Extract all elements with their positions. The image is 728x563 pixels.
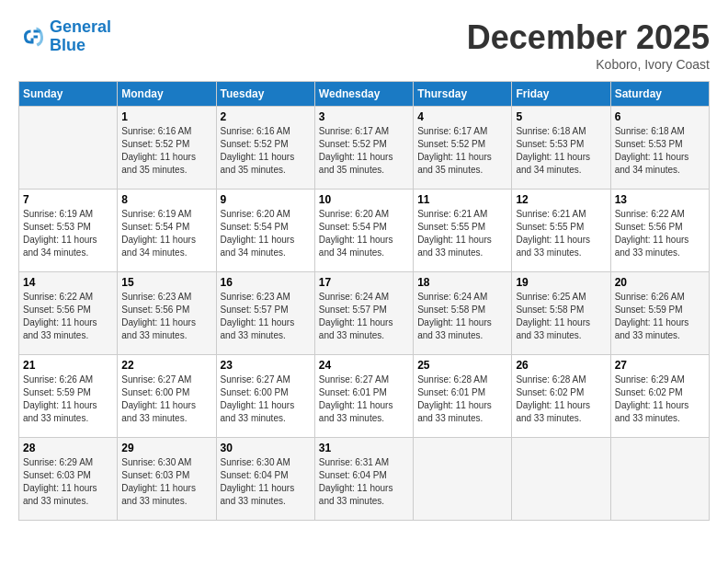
day-number: 1 — [121, 110, 211, 123]
calendar-cell: 12Sunrise: 6:21 AMSunset: 5:55 PMDayligh… — [512, 190, 610, 272]
weekday-header-row: SundayMondayTuesdayWednesdayThursdayFrid… — [19, 82, 710, 107]
calendar-cell: 24Sunrise: 6:27 AMSunset: 6:01 PMDayligh… — [314, 355, 413, 438]
day-info: Sunrise: 6:30 AMSunset: 6:03 PMDaylight:… — [121, 456, 211, 508]
calendar-cell: 29Sunrise: 6:30 AMSunset: 6:03 PMDayligh… — [118, 438, 216, 521]
day-number: 11 — [417, 193, 507, 206]
month-title: December 2025 — [467, 18, 710, 57]
calendar-week-4: 21Sunrise: 6:26 AMSunset: 5:59 PMDayligh… — [19, 355, 710, 438]
title-block: December 2025 Koboro, Ivory Coast — [467, 18, 710, 72]
day-info: Sunrise: 6:27 AMSunset: 6:01 PMDaylight:… — [319, 373, 409, 425]
day-number: 18 — [417, 276, 507, 289]
calendar-cell: 10Sunrise: 6:20 AMSunset: 5:54 PMDayligh… — [314, 190, 413, 272]
day-number: 14 — [23, 276, 113, 289]
day-info: Sunrise: 6:23 AMSunset: 5:56 PMDaylight:… — [121, 291, 211, 342]
day-info: Sunrise: 6:23 AMSunset: 5:57 PMDaylight:… — [221, 291, 311, 342]
day-number: 25 — [417, 359, 507, 372]
day-info: Sunrise: 6:17 AMSunset: 5:52 PMDaylight:… — [417, 125, 507, 177]
day-info: Sunrise: 6:29 AMSunset: 6:02 PMDaylight:… — [615, 373, 705, 425]
day-info: Sunrise: 6:24 AMSunset: 5:58 PMDaylight:… — [417, 291, 507, 342]
day-info: Sunrise: 6:20 AMSunset: 5:54 PMDaylight:… — [221, 208, 311, 259]
day-number: 7 — [23, 193, 113, 206]
calendar-week-3: 14Sunrise: 6:22 AMSunset: 5:56 PMDayligh… — [19, 272, 710, 355]
day-number: 28 — [23, 442, 113, 454]
day-number: 12 — [516, 193, 606, 206]
calendar-cell: 13Sunrise: 6:22 AMSunset: 5:56 PMDayligh… — [610, 190, 709, 272]
logo-icon — [18, 23, 46, 51]
day-info: Sunrise: 6:18 AMSunset: 5:53 PMDaylight:… — [615, 125, 705, 177]
weekday-header-wednesday: Wednesday — [314, 82, 413, 107]
day-info: Sunrise: 6:24 AMSunset: 5:57 PMDaylight:… — [319, 291, 409, 342]
calendar-cell — [610, 438, 709, 521]
calendar-cell: 7Sunrise: 6:19 AMSunset: 5:53 PMDaylight… — [19, 190, 118, 272]
day-number: 10 — [319, 193, 409, 206]
day-number: 30 — [221, 442, 311, 454]
day-info: Sunrise: 6:16 AMSunset: 5:52 PMDaylight:… — [121, 125, 211, 177]
calendar-cell: 22Sunrise: 6:27 AMSunset: 6:00 PMDayligh… — [118, 355, 216, 438]
calendar-cell — [414, 438, 512, 521]
day-info: Sunrise: 6:19 AMSunset: 5:53 PMDaylight:… — [23, 208, 113, 259]
day-number: 29 — [121, 442, 211, 454]
day-info: Sunrise: 6:19 AMSunset: 5:54 PMDaylight:… — [121, 208, 211, 259]
day-info: Sunrise: 6:18 AMSunset: 5:53 PMDaylight:… — [516, 125, 606, 177]
day-number: 16 — [221, 276, 311, 289]
logo: General Blue — [18, 18, 111, 55]
day-info: Sunrise: 6:30 AMSunset: 6:04 PMDaylight:… — [221, 456, 311, 508]
day-number: 13 — [615, 193, 705, 206]
day-info: Sunrise: 6:28 AMSunset: 6:02 PMDaylight:… — [516, 373, 606, 425]
logo-text: General Blue — [50, 18, 111, 55]
weekday-header-friday: Friday — [512, 82, 610, 107]
day-number: 31 — [319, 442, 409, 454]
day-number: 19 — [516, 276, 606, 289]
calendar-week-1: 1Sunrise: 6:16 AMSunset: 5:52 PMDaylight… — [19, 107, 710, 190]
day-info: Sunrise: 6:21 AMSunset: 5:55 PMDaylight:… — [417, 208, 507, 259]
calendar-cell: 30Sunrise: 6:30 AMSunset: 6:04 PMDayligh… — [216, 438, 314, 521]
day-info: Sunrise: 6:17 AMSunset: 5:52 PMDaylight:… — [319, 125, 409, 177]
day-number: 27 — [615, 359, 705, 372]
day-number: 15 — [121, 276, 211, 289]
day-number: 9 — [221, 193, 311, 206]
day-number: 22 — [121, 359, 211, 372]
day-number: 24 — [319, 359, 409, 372]
location: Koboro, Ivory Coast — [467, 57, 710, 72]
calendar-table: SundayMondayTuesdayWednesdayThursdayFrid… — [18, 81, 710, 521]
calendar-cell: 21Sunrise: 6:26 AMSunset: 5:59 PMDayligh… — [19, 355, 118, 438]
day-info: Sunrise: 6:16 AMSunset: 5:52 PMDaylight:… — [221, 125, 311, 177]
calendar-week-2: 7Sunrise: 6:19 AMSunset: 5:53 PMDaylight… — [19, 190, 710, 272]
calendar-cell — [19, 107, 118, 190]
calendar-cell: 31Sunrise: 6:31 AMSunset: 6:04 PMDayligh… — [314, 438, 413, 521]
calendar-cell: 1Sunrise: 6:16 AMSunset: 5:52 PMDaylight… — [118, 107, 216, 190]
day-info: Sunrise: 6:25 AMSunset: 5:58 PMDaylight:… — [516, 291, 606, 342]
weekday-header-monday: Monday — [118, 82, 216, 107]
calendar-week-5: 28Sunrise: 6:29 AMSunset: 6:03 PMDayligh… — [19, 438, 710, 521]
day-info: Sunrise: 6:20 AMSunset: 5:54 PMDaylight:… — [319, 208, 409, 259]
calendar-cell: 19Sunrise: 6:25 AMSunset: 5:58 PMDayligh… — [512, 272, 610, 355]
day-info: Sunrise: 6:27 AMSunset: 6:00 PMDaylight:… — [121, 373, 211, 425]
day-number: 4 — [417, 110, 507, 123]
day-number: 2 — [221, 110, 311, 123]
day-info: Sunrise: 6:27 AMSunset: 6:00 PMDaylight:… — [221, 373, 311, 425]
calendar-cell: 18Sunrise: 6:24 AMSunset: 5:58 PMDayligh… — [414, 272, 512, 355]
day-number: 20 — [615, 276, 705, 289]
day-info: Sunrise: 6:22 AMSunset: 5:56 PMDaylight:… — [615, 208, 705, 259]
calendar-cell: 2Sunrise: 6:16 AMSunset: 5:52 PMDaylight… — [216, 107, 314, 190]
day-info: Sunrise: 6:29 AMSunset: 6:03 PMDaylight:… — [23, 456, 113, 508]
calendar-cell: 28Sunrise: 6:29 AMSunset: 6:03 PMDayligh… — [19, 438, 118, 521]
day-number: 26 — [516, 359, 606, 372]
calendar-cell: 3Sunrise: 6:17 AMSunset: 5:52 PMDaylight… — [314, 107, 413, 190]
day-info: Sunrise: 6:26 AMSunset: 5:59 PMDaylight:… — [615, 291, 705, 342]
calendar-cell: 27Sunrise: 6:29 AMSunset: 6:02 PMDayligh… — [610, 355, 709, 438]
day-number: 8 — [121, 193, 211, 206]
calendar-cell: 15Sunrise: 6:23 AMSunset: 5:56 PMDayligh… — [118, 272, 216, 355]
day-number: 17 — [319, 276, 409, 289]
calendar-cell: 23Sunrise: 6:27 AMSunset: 6:00 PMDayligh… — [216, 355, 314, 438]
calendar-cell: 25Sunrise: 6:28 AMSunset: 6:01 PMDayligh… — [414, 355, 512, 438]
day-info: Sunrise: 6:21 AMSunset: 5:55 PMDaylight:… — [516, 208, 606, 259]
calendar-cell: 5Sunrise: 6:18 AMSunset: 5:53 PMDaylight… — [512, 107, 610, 190]
calendar-cell: 4Sunrise: 6:17 AMSunset: 5:52 PMDaylight… — [414, 107, 512, 190]
calendar-cell: 6Sunrise: 6:18 AMSunset: 5:53 PMDaylight… — [610, 107, 709, 190]
weekday-header-tuesday: Tuesday — [216, 82, 314, 107]
calendar-cell: 9Sunrise: 6:20 AMSunset: 5:54 PMDaylight… — [216, 190, 314, 272]
weekday-header-thursday: Thursday — [414, 82, 512, 107]
calendar-cell: 20Sunrise: 6:26 AMSunset: 5:59 PMDayligh… — [610, 272, 709, 355]
calendar-cell: 8Sunrise: 6:19 AMSunset: 5:54 PMDaylight… — [118, 190, 216, 272]
